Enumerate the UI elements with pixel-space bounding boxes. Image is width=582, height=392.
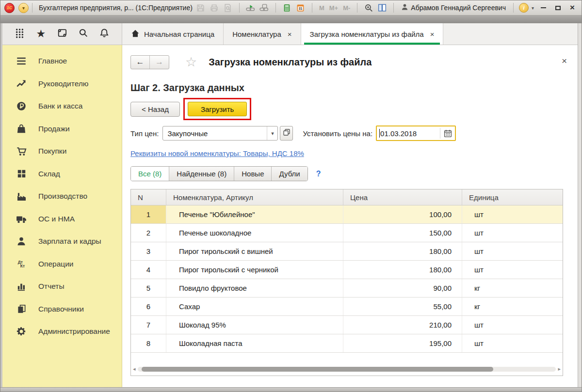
close-tab-icon[interactable]: × (430, 30, 435, 38)
scrollbar-track[interactable] (138, 367, 556, 372)
table-row[interactable]: 3 Пирог тирольский с вишней 180,00 шт (131, 242, 563, 261)
save-button[interactable] (195, 2, 207, 13)
notifications-button[interactable] (97, 27, 112, 41)
cell-name: Печенье шоколадное (166, 224, 343, 242)
magnifier-plus-icon (364, 3, 373, 12)
sidebar-item-main[interactable]: Главное (2, 50, 122, 73)
sidebar-item-administration[interactable]: Администрирование (2, 320, 122, 343)
sidebar-item-label: Руководителю (38, 79, 88, 88)
table-row[interactable]: 6 Сахар 55,00 кг (131, 298, 563, 316)
filter-new[interactable]: Новые (234, 167, 271, 181)
printer-icon (210, 4, 218, 12)
cell-unit: шт (462, 316, 563, 334)
sidebar-item-purchases[interactable]: Покупки (2, 140, 122, 163)
highlight-annotation: Загрузить (183, 98, 252, 120)
filter-found[interactable]: Найденные (8) (169, 167, 234, 181)
table-row[interactable]: 1 Печенье "Юбилейное" 100,00 шт (131, 205, 563, 224)
cell-name: Печенье "Юбилейное" (166, 205, 343, 223)
horizontal-scrollbar: ◂ ▸ (133, 365, 561, 373)
all-functions-button[interactable] (13, 27, 27, 41)
open-price-type-button[interactable] (280, 126, 293, 141)
1c-logo: 1С (4, 3, 15, 13)
scrollbar-thumb[interactable] (142, 367, 493, 372)
favorite-star-icon[interactable]: ☆ (185, 56, 197, 69)
calculator-button[interactable] (281, 2, 293, 13)
set-prices-date-field[interactable]: 01.03.2018 (376, 125, 456, 141)
tab-label: Начальная страница (144, 30, 214, 38)
price-type-combobox[interactable]: Закупочные ▾ (162, 126, 278, 141)
sidebar-item-reports[interactable]: Отчеты (2, 275, 122, 298)
info-button[interactable]: i (519, 3, 529, 13)
column-header-unit[interactable]: Единица (462, 189, 563, 205)
sidebar-item-label: Покупки (38, 147, 66, 156)
split-view-button[interactable] (376, 2, 388, 13)
sidebar-item-salary-hr[interactable]: Зарплата и кадры (2, 230, 122, 253)
preview-icon (224, 4, 232, 12)
preview-button[interactable] (222, 2, 234, 13)
sidebar-item-label: Продажи (38, 125, 70, 133)
minimize-button[interactable] (537, 2, 550, 13)
table-row[interactable]: 8 Шоколадная паста 195,00 шт (131, 334, 563, 353)
search-button[interactable] (76, 27, 91, 41)
sidebar-item-operations[interactable]: ДтКтОперации (2, 253, 122, 276)
cell-n: 6 (131, 298, 166, 315)
cell-n: 7 (131, 316, 166, 334)
scroll-right-arrow[interactable]: ▸ (558, 366, 561, 372)
main-menu-button[interactable]: ▾ (18, 3, 29, 13)
column-header-n[interactable]: N (131, 189, 166, 205)
get-link-button[interactable] (259, 2, 270, 13)
maximize-button[interactable] (551, 2, 564, 13)
tab-home[interactable]: Начальная страница (122, 23, 224, 45)
books-icon (16, 304, 27, 314)
divider (275, 3, 276, 13)
divider (312, 3, 312, 13)
table-row[interactable]: 5 Повидло фруктовое 90,00 кг (131, 279, 563, 298)
back-button[interactable]: < Назад (130, 102, 180, 117)
zoom-button[interactable] (363, 2, 374, 13)
sidebar-item-manager[interactable]: Руководителю (2, 73, 122, 95)
load-button[interactable]: Загрузить (188, 102, 247, 116)
cell-n: 3 (131, 242, 166, 260)
scroll-left-arrow[interactable]: ◂ (133, 366, 136, 372)
user-menu[interactable]: Абрамов Геннадий Сергеевич (399, 3, 508, 12)
sidebar-item-fixed-assets[interactable]: ОС и НМА (2, 208, 122, 231)
memory-m-minus-button[interactable]: M- (341, 4, 352, 12)
nav-back-button[interactable]: ← (131, 56, 150, 69)
sidebar-item-bank-cash[interactable]: Банк и касса (2, 95, 122, 118)
memory-m-button[interactable]: M (318, 4, 326, 12)
calendar-picker-button[interactable] (440, 129, 455, 138)
sidebar-item-directories[interactable]: Справочники (2, 298, 122, 321)
new-nomenclature-attributes-link[interactable]: Реквизиты новой номенклатуры: Товары, НД… (130, 149, 304, 157)
memory-m-plus-button[interactable]: M+ (328, 4, 340, 12)
sections-sidebar: Главное Руководителю Банк и касса Продаж… (2, 45, 122, 387)
gear-icon (16, 326, 27, 337)
nav-forward-button[interactable]: → (150, 56, 169, 69)
cart-icon (16, 146, 27, 157)
calendar-button[interactable]: 31 (295, 2, 307, 13)
filter-duplicates[interactable]: Дубли (271, 167, 307, 181)
close-window-button[interactable]: × (566, 2, 579, 13)
history-button[interactable] (55, 27, 69, 41)
tab-nomenclature[interactable]: Номенклатура × (224, 23, 301, 45)
combo-dropdown-button[interactable]: ▾ (267, 126, 277, 140)
sidebar-item-production[interactable]: Производство (2, 185, 122, 208)
sidebar-item-sales[interactable]: Продажи (2, 118, 122, 141)
table-row[interactable]: 7 Шоколад 95% 210,00 шт (131, 316, 563, 334)
column-header-name[interactable]: Номенклатура, Артикул (166, 189, 343, 205)
tab-load-nomenclature[interactable]: Загрузка номенклатуры из файла × (301, 23, 444, 45)
favorites-button[interactable]: ★ (33, 27, 48, 41)
tab-label: Загрузка номенклатуры из файла (310, 30, 424, 38)
column-header-price[interactable]: Цена (343, 189, 462, 205)
nav-history-group: ← → (130, 55, 169, 69)
print-button[interactable] (209, 2, 220, 13)
table-row[interactable]: 4 Пирог тирольский с черникой 180,00 шт (131, 261, 563, 279)
sidebar-item-warehouse[interactable]: Склад (2, 163, 122, 186)
follow-link-button[interactable] (245, 2, 257, 13)
table-row[interactable]: 2 Печенье шоколадное 150,00 шт (131, 224, 563, 242)
close-tab-icon[interactable]: × (288, 30, 292, 38)
help-button[interactable]: ? (316, 170, 321, 178)
sidebar-item-label: Администрирование (38, 327, 110, 336)
filter-all[interactable]: Все (8) (131, 167, 169, 181)
close-form-button[interactable]: × (562, 56, 567, 66)
chevron-down-icon[interactable]: ▾ (531, 5, 535, 11)
